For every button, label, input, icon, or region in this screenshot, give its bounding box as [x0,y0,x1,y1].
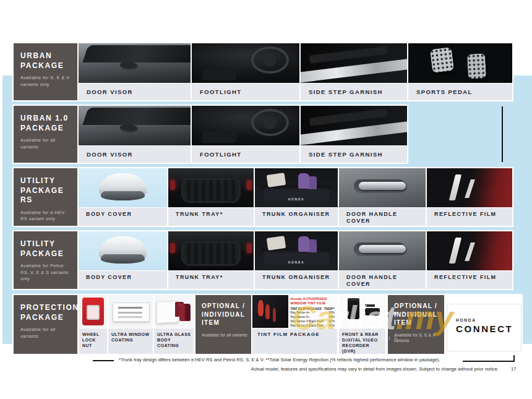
tail-light-shape [247,180,252,190]
item-label: DOOR HANDLE COVER [339,270,426,289]
package-title: URBAN PACKAGE [20,51,76,71]
brochure-page: URBAN PACKAGE Available for S, E & V var… [0,0,532,399]
item-label: FRONT & REAR DIGITAL VIDEO RECORDER (DVR… [339,328,385,354]
tint-spec-name: Ray Barrier 6 Black Pearl [291,324,324,328]
bag-shape [267,236,286,251]
tint-spec-name: Ray Barrier 4 Black Pearl [291,320,324,324]
section-utility-package-rs: UTILITY PACKAGE RS Available for e:HEV R… [12,167,513,227]
trunk-tray-photo [168,231,254,270]
package-availability: Available for S, E & V variants only [20,75,72,88]
item-label: FOOTLIGHT [192,145,299,163]
honda-connect-brand: HONDA [456,318,521,322]
tint-spec-header-row: TINT FILM PACKAGE TSER** [291,307,335,311]
tint-spec-value: 62% [328,324,335,328]
ultra-glass-body-coating-photo [154,295,194,328]
page-number: 17 [511,366,516,372]
item-label: WHEEL LOCK NUT [79,328,107,354]
item-side-step-garnish: SIDE STEP GARNISH [301,106,407,163]
side-step-garnish-photo [301,106,407,145]
item-label: DOOR HANDLE COVER [339,207,426,226]
item-door-visor: DOOR VISOR [79,43,191,100]
item-footlight: FOOTLIGHT [192,43,299,100]
package-title: UTILITY PACKAGE [20,239,76,259]
footlight-photo [192,106,299,145]
optional-individual-item-box-1: OPTIONAL / INDIVIDUAL ITEM Available for… [195,295,251,354]
sports-pedal-photo [408,43,512,83]
item-door-handle-cover: DOOR HANDLE COVER [339,168,426,226]
item-label: ULTRA WINDOW COATING [108,328,153,354]
footnote-trunk-tray: *Trunk tray design differs between e:HEV… [119,357,440,363]
optional-individual-item-box-2: OPTIONAL / INDIVIDUAL ITEM Available for… [388,295,444,354]
item-reflective-film: REFLECTIVE FILM [427,168,512,226]
package-header-urban-1-0: URBAN 1.0 PACKAGE Available for all vari… [14,106,77,163]
package-availability: Available for all variants [20,327,72,340]
decor-bracket-line [463,354,515,362]
item-label: REFLECTIVE FILM [427,270,512,289]
item-door-handle-cover: DOOR HANDLE COVER [339,231,426,289]
package-header-utility-rs: UTILITY PACKAGE RS Available for e:HEV R… [14,168,77,226]
bag-shape [267,173,286,187]
tint-spec-name: Ray Barrier 6+ [291,315,310,320]
tint-film-photo [252,295,288,328]
body-cover-photo [79,168,167,207]
side-step-garnish-photo [301,43,407,83]
decor-dash-line [93,360,114,361]
package-availability: Available for e:HEV RS variant only [20,210,72,223]
tint-spec-value: 62% [328,320,335,324]
item-label: FOOTLIGHT [192,83,299,100]
item-label: TRUNK TRAY* [168,207,254,226]
tint-film-photo-and-spec: Honda AUTHORISED WINDOW TINT FILM TINT F… [252,295,337,328]
item-trunk-organiser: HONDA TRUNK ORGANISER [255,168,338,226]
package-title: URBAN 1.0 PACKAGE [20,114,76,133]
tint-spec-row: Ray Barrier 6+ 83% [291,315,335,320]
tint-spec-row: Ray Barrier 6 Black Pearl 62% [291,324,335,328]
tint-spec-row: Ray Barrier 4 Black Pearl 62% [291,320,335,324]
item-footlight: FOOTLIGHT [192,106,299,163]
trunk-organiser-photo: HONDA [255,168,338,207]
package-availability: Available for Petrol RS, V, E & S varian… [20,263,72,282]
item-label: TINT FILM PACKAGE [252,328,337,354]
tint-spec-name: Ray Barrier 4+ [291,311,310,315]
honda-connect-logo: CONNECT [456,324,521,334]
tint-spec-row: Ray Barrier 4+ 83% [291,311,335,315]
item-label: TRUNK TRAY* [168,270,254,289]
optional-item-availability: Available for all variants [202,332,249,338]
item-body-cover: BODY COVER [79,231,167,289]
item-side-step-garnish: SIDE STEP GARNISH [301,43,407,100]
tint-spec-heading-1: Honda AUTHORISED [291,297,335,301]
door-handle-cover-photo [339,168,426,207]
item-dvr: FRONT & REAR DIGITAL VIDEO RECORDER (DVR… [339,295,385,354]
item-ultra-window-coating: ULTRA WINDOW COATING [108,295,153,354]
package-header-urban: URBAN PACKAGE Available for S, E & V var… [14,43,77,100]
item-label: ULTRA GLASS BODY COATING [154,328,194,354]
item-body-cover: BODY COVER [79,168,167,226]
package-header-protection: PROTECTION PACKAGE Available for all var… [14,295,77,354]
section-urban-package: URBAN PACKAGE Available for S, E & V var… [12,42,513,101]
item-ultra-glass-body-coating: ULTRA GLASS BODY COATING [154,295,194,354]
tint-spec-col-package: TINT FILM PACKAGE [291,307,322,311]
item-tint-film-package: Honda AUTHORISED WINDOW TINT FILM TINT F… [252,295,337,354]
item-reflective-film: REFLECTIVE FILM [427,231,512,289]
item-label: SIDE STEP GARNISH [301,83,407,100]
package-title: UTILITY PACKAGE RS [20,176,76,205]
door-handle-cover-photo [339,231,426,270]
tint-spec-value: 83% [328,311,335,315]
organiser-brand-text: HONDA [255,197,338,201]
section-protection-package: PROTECTION PACKAGE Available for all var… [12,294,523,355]
tint-spec-heading-2: WINDOW TINT FILM [291,301,335,306]
item-trunk-tray: TRUNK TRAY* [168,231,254,289]
decor-vertical-line [502,106,503,162]
item-door-visor: DOOR VISOR [79,106,191,163]
tail-light-shape [247,243,252,253]
item-label: BODY COVER [79,270,167,289]
reflective-film-photo [427,168,512,207]
honda-connect-box: HONDA CONNECT [447,304,521,351]
item-label: SPORTS PEDAL [408,83,512,100]
optional-item-title: OPTIONAL / INDIVIDUAL ITEM [394,302,442,327]
item-label: DOOR VISOR [79,83,191,100]
tint-spec-col-tser: TSER** [324,307,335,311]
item-trunk-tray: TRUNK TRAY* [168,168,254,226]
item-label: SIDE STEP GARNISH [301,145,407,163]
trunk-organiser-photo: HONDA [255,231,338,270]
section-urban-1-0-package: URBAN 1.0 PACKAGE Available for all vari… [12,105,408,164]
